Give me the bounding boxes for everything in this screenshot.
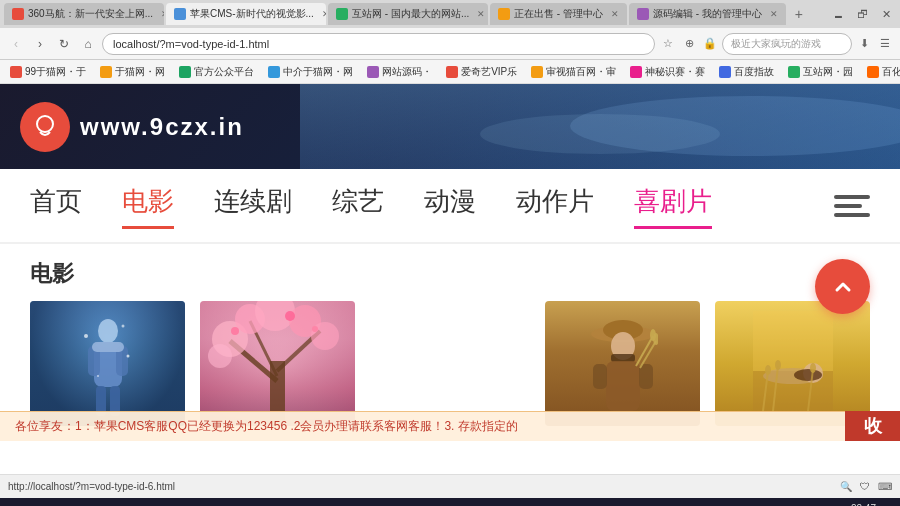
movie-grid-spacer — [370, 301, 530, 426]
tab-5[interactable]: 源码编辑 - 我的管理中心 ✕ — [629, 3, 786, 25]
tab-2-favicon — [174, 8, 186, 20]
svg-point-26 — [285, 311, 295, 321]
refresh-button[interactable]: ↻ — [54, 34, 74, 54]
bookmark-8-label: 神秘识赛・赛 — [645, 65, 705, 79]
bookmark-10[interactable]: 互站网・园 — [784, 63, 857, 81]
nav-comedy[interactable]: 喜剧片 — [634, 184, 712, 227]
tab-1-close[interactable]: ✕ — [161, 9, 164, 19]
new-tab-button[interactable]: + — [788, 3, 810, 25]
bookmark-1[interactable]: 99于猫网・于 — [6, 63, 90, 81]
menu-line-3 — [834, 213, 870, 217]
minimize-button[interactable]: 🗕 — [828, 4, 848, 24]
bookmark-9-favicon — [719, 66, 731, 78]
address-right-controls: ☆ ⊕ 🔒 极近大家疯玩的游戏 ⬇ ☰ — [659, 33, 894, 55]
bookmark-1-favicon — [10, 66, 22, 78]
tab-2[interactable]: 苹果CMS-新时代的视觉影... ✕ — [166, 3, 326, 25]
svg-point-49 — [810, 363, 816, 373]
taskbar: 🌐 🔊 中文 22:47 2017/11/30 🔔 — [0, 498, 900, 506]
bookmark-4[interactable]: 中介于猫网・网 — [264, 63, 357, 81]
site-nav: 首页 电影 连续剧 综艺 动漫 动作片 喜剧片 — [0, 169, 900, 244]
tab-4-favicon — [498, 8, 510, 20]
tab-4[interactable]: 正在出售 - 管理中心 ✕ — [490, 3, 627, 25]
taskbar-app-5[interactable] — [182, 502, 214, 506]
home-button[interactable]: ⌂ — [78, 34, 98, 54]
bookmark-6[interactable]: 爱奇艺VIP乐 — [442, 63, 521, 81]
menu-icon[interactable]: ☰ — [876, 35, 894, 53]
taskbar-app-8[interactable] — [290, 502, 322, 506]
bookmark-11[interactable]: 百化收藏 — [863, 63, 900, 81]
site-logo[interactable]: www.9czx.in — [20, 102, 244, 152]
taskbar-app-4[interactable] — [146, 502, 178, 506]
download-icon[interactable]: ⬇ — [855, 35, 873, 53]
star-icon[interactable]: ☆ — [659, 35, 677, 53]
forward-button[interactable]: › — [30, 34, 50, 54]
tab-5-close[interactable]: ✕ — [770, 9, 778, 19]
back-button[interactable]: ‹ — [6, 34, 26, 54]
bookmark-1-label: 99于猫网・于 — [25, 65, 86, 79]
rss-icon[interactable]: ⊕ — [680, 35, 698, 53]
status-right: 🔍 🛡 ⌨ — [840, 481, 892, 492]
bookmark-2[interactable]: 于猫网・网 — [96, 63, 169, 81]
taskbar-clock[interactable]: 22:47 2017/11/30 — [826, 502, 876, 506]
taskbar-right: 🌐 🔊 中文 22:47 2017/11/30 🔔 — [764, 502, 894, 506]
bookmark-4-label: 中介于猫网・网 — [283, 65, 353, 79]
movie-3-figure — [588, 316, 658, 426]
bookmark-10-favicon — [788, 66, 800, 78]
tab-3-close[interactable]: ✕ — [477, 9, 485, 19]
bookmark-3[interactable]: 官方公众平台 — [175, 63, 258, 81]
svg-point-43 — [794, 369, 822, 381]
movie-card-2[interactable] — [200, 301, 355, 426]
tab-4-close[interactable]: ✕ — [611, 9, 619, 19]
nav-series[interactable]: 连续剧 — [214, 184, 292, 227]
close-button[interactable]: ✕ — [876, 4, 896, 24]
nav-anime[interactable]: 动漫 — [424, 184, 476, 227]
nav-home[interactable]: 首页 — [30, 184, 82, 227]
logo-icon — [20, 102, 70, 152]
bookmark-8-favicon — [630, 66, 642, 78]
movie-card-1[interactable] — [30, 301, 185, 426]
bookmark-5-favicon — [367, 66, 379, 78]
bookmark-9[interactable]: 百度指故 — [715, 63, 778, 81]
bookmark-5[interactable]: 网站源码・ — [363, 63, 436, 81]
address-input[interactable] — [102, 33, 655, 55]
shield-icon[interactable]: 🔒 — [701, 35, 719, 53]
bookmark-11-favicon — [867, 66, 879, 78]
svg-point-12 — [126, 355, 129, 358]
status-translate: ⌨ — [878, 481, 892, 492]
nav-action[interactable]: 动作片 — [516, 184, 594, 227]
svg-point-0 — [37, 116, 53, 132]
tab-2-close[interactable]: ✕ — [322, 9, 326, 19]
svg-rect-39 — [753, 311, 833, 371]
search-box[interactable]: 极近大家疯玩的游戏 — [722, 33, 852, 55]
taskbar-app-1[interactable] — [38, 502, 70, 506]
tab-3-label: 互站网 - 国内最大的网站... — [352, 7, 469, 21]
nav-menu-icon[interactable] — [834, 188, 870, 224]
taskbar-app-7[interactable] — [254, 502, 286, 506]
address-bar: ‹ › ↻ ⌂ ☆ ⊕ 🔒 极近大家疯玩的游戏 ⬇ ☰ — [0, 28, 900, 60]
tab-1[interactable]: 360马航：新一代安全上网... ✕ — [4, 3, 164, 25]
bookmark-7-favicon — [531, 66, 543, 78]
svg-rect-33 — [593, 364, 607, 389]
movie-card-4[interactable] — [715, 301, 870, 426]
nav-movies[interactable]: 电影 — [122, 184, 174, 227]
restore-button[interactable]: 🗗 — [852, 4, 872, 24]
bookmark-7[interactable]: 审视猫百网・审 — [527, 63, 620, 81]
movie-card-3[interactable] — [545, 301, 700, 426]
taskbar-app-3[interactable] — [110, 502, 142, 506]
taskbar-app-6[interactable] — [218, 502, 250, 506]
bookmark-4-favicon — [268, 66, 280, 78]
taskbar-app-2[interactable] — [74, 502, 106, 506]
site-main: 电影 — [0, 244, 900, 441]
scroll-top-button[interactable] — [815, 259, 870, 314]
status-url: http://localhost/?m=vod-type-id-6.html — [8, 481, 840, 492]
site-content: www.9czx.in — [0, 84, 900, 474]
bookmark-2-label: 于猫网・网 — [115, 65, 165, 79]
start-button[interactable] — [6, 502, 34, 506]
status-bar: http://localhost/?m=vod-type-id-6.html 🔍… — [0, 474, 900, 498]
bookmark-8[interactable]: 神秘识赛・赛 — [626, 63, 709, 81]
tab-3[interactable]: 互站网 - 国内最大的网站... ✕ — [328, 3, 488, 25]
bookmark-10-label: 互站网・园 — [803, 65, 853, 79]
nav-variety[interactable]: 综艺 — [332, 184, 384, 227]
svg-rect-32 — [606, 361, 640, 411]
movie-2-figure — [200, 301, 355, 426]
